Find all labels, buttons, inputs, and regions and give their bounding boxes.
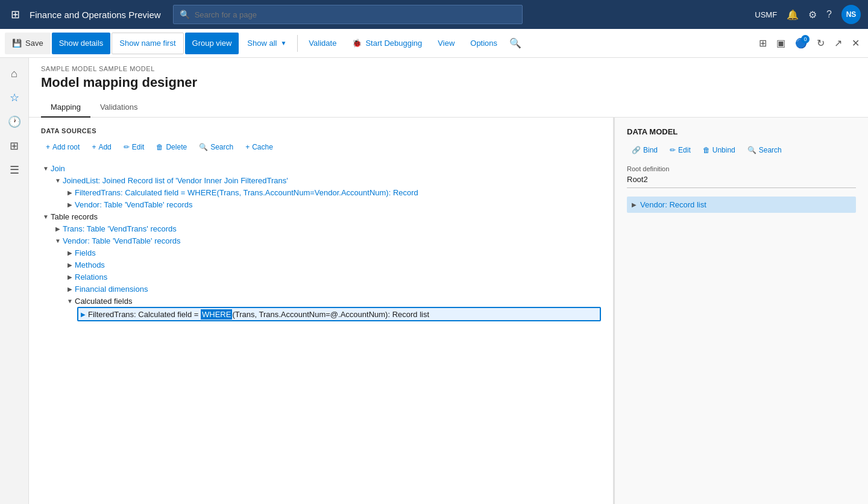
tree-item-trans[interactable]: ▶ Trans: Table 'VendTrans' records xyxy=(53,222,601,235)
settings-icon[interactable]: ⚙ xyxy=(808,9,817,20)
nav-recent-icon[interactable]: 🕐 xyxy=(4,111,25,133)
tree-item-calcfields[interactable]: ▼ Calculated fields xyxy=(65,295,601,307)
tablerecords-label: Table records xyxy=(51,212,98,221)
add-button[interactable]: + Add xyxy=(87,140,116,154)
search-icon: 🔍 xyxy=(199,143,208,151)
tab-validations[interactable]: Validations xyxy=(90,98,148,118)
toggle-calcfields[interactable]: ▼ xyxy=(65,296,75,306)
toggle-findims[interactable]: ▶ xyxy=(65,284,75,294)
bind-icon: 🔗 xyxy=(632,146,641,154)
delete-button[interactable]: 🗑 Delete xyxy=(151,140,192,154)
avatar[interactable]: NS xyxy=(841,5,861,24)
toggle-fields[interactable]: ▶ xyxy=(65,248,75,257)
toggle-joinedlist[interactable]: ▼ xyxy=(53,175,63,185)
data-sources-tree: ▼ Join ▼ JoinedList: Joined Record list … xyxy=(41,162,601,321)
data-model-panel: DATA MODEL 🔗 Bind ✏ Edit 🗑 Unbind xyxy=(615,118,868,504)
tree-item-filteredtrans1[interactable]: ▶ FilteredTrans: Calculated field = WHER… xyxy=(65,186,601,198)
body-layout: ⌂ ☆ 🕐 ⊞ ☰ SAMPLE MODEL SAMPLE MODEL Mode… xyxy=(0,58,868,504)
search-bar[interactable]: 🔍 xyxy=(173,5,523,24)
search-toolbar-icon[interactable]: 🔍 xyxy=(506,34,525,52)
start-debugging-button[interactable]: 🐞 Start Debugging xyxy=(345,33,429,54)
org-label: USMF xyxy=(755,10,777,19)
nav-modules-icon[interactable]: ☰ xyxy=(4,159,25,181)
toggle-methods[interactable]: ▶ xyxy=(65,260,75,269)
tree-item-methods[interactable]: ▶ Methods xyxy=(65,259,601,271)
tabs: Mapping Validations xyxy=(29,98,868,118)
trans-label: Trans: Table 'VendTrans' records xyxy=(63,224,177,233)
validate-button[interactable]: Validate xyxy=(301,33,344,54)
toggle-join[interactable]: ▼ xyxy=(41,163,51,173)
toggle-vendor2[interactable]: ▼ xyxy=(53,236,63,245)
show-details-button[interactable]: Show details xyxy=(52,33,111,54)
data-sources-panel: DATA SOURCES + Add root + Add ✏ Edit xyxy=(29,118,615,504)
ft2-label: FilteredTrans: Calculated field = WHERE(… xyxy=(88,310,429,319)
edit-button[interactable]: ✏ Edit xyxy=(119,140,149,154)
toolbar: 💾 Save Show details Show name first Grou… xyxy=(0,29,868,58)
toggle-ft2[interactable]: ▶ xyxy=(78,309,88,319)
panel-icon[interactable]: ▣ xyxy=(773,34,789,52)
external-link-icon[interactable]: ↗ xyxy=(831,34,846,52)
toggle-tablerecords[interactable]: ▼ xyxy=(41,212,51,221)
close-icon[interactable]: ✕ xyxy=(848,34,863,52)
add-root-icon: + xyxy=(46,143,50,151)
search-input[interactable] xyxy=(195,10,516,19)
show-all-button[interactable]: Show all ▼ xyxy=(240,33,294,54)
root-def-label: Root definition xyxy=(627,165,856,172)
search-button[interactable]: 🔍 Search xyxy=(194,140,238,154)
main-content: SAMPLE MODEL SAMPLE MODEL Model mapping … xyxy=(29,58,868,504)
help-icon[interactable]: ? xyxy=(826,9,832,20)
bind-button[interactable]: 🔗 Bind xyxy=(627,143,662,157)
dm-toggle-vendor[interactable]: ▶ xyxy=(632,201,637,208)
dm-search-icon: 🔍 xyxy=(747,146,756,154)
tree-item-findims[interactable]: ▶ Financial dimensions xyxy=(65,283,601,295)
bell-icon[interactable]: 🔔 xyxy=(787,9,799,20)
tree-item-vendor1[interactable]: ▶ Vendor: Table 'VendTable' records xyxy=(65,198,601,210)
dm-edit-icon: ✏ xyxy=(670,146,676,154)
layout-icon[interactable]: ⊞ xyxy=(755,34,770,52)
toggle-relations[interactable]: ▶ xyxy=(65,272,75,282)
tree-item-joinedlist[interactable]: ▼ JoinedList: Joined Record list of 'Ven… xyxy=(53,174,601,186)
vendor1-label: Vendor: Table 'VendTable' records xyxy=(75,200,193,209)
tree-item-vendor2[interactable]: ▼ Vendor: Table 'VendTable' records xyxy=(53,235,601,247)
unbind-button[interactable]: 🗑 Unbind xyxy=(698,143,740,157)
nav-workspaces-icon[interactable]: ⊞ xyxy=(4,135,25,157)
tree-item-filteredtrans2[interactable]: ▶ FilteredTrans: Calculated field = WHER… xyxy=(77,307,601,321)
tree-item-join[interactable]: ▼ Join xyxy=(41,162,601,174)
dm-vendor-label: Vendor: Record list xyxy=(640,200,706,209)
tab-mapping[interactable]: Mapping xyxy=(41,98,90,118)
data-sources-title: DATA SOURCES xyxy=(41,127,601,134)
tree-item-tablerecords[interactable]: ▼ Table records xyxy=(41,210,601,222)
tree-item-fields[interactable]: ▶ Fields xyxy=(65,247,601,259)
nav-star-icon[interactable]: ☆ xyxy=(4,87,25,109)
dm-tree-item-vendor[interactable]: ▶ Vendor: Record list xyxy=(627,197,856,213)
calcfields-label: Calculated fields xyxy=(75,297,132,306)
save-icon: 💾 xyxy=(12,39,22,48)
options-button[interactable]: Options xyxy=(463,33,505,54)
toggle-vendor1[interactable]: ▶ xyxy=(65,200,75,209)
toggle-trans[interactable]: ▶ xyxy=(53,224,63,233)
badge-icon[interactable]: 🔵0 xyxy=(791,34,811,52)
nav-home-icon[interactable]: ⌂ xyxy=(4,63,25,84)
add-root-button[interactable]: + Add root xyxy=(41,140,84,154)
breadcrumb: SAMPLE MODEL SAMPLE MODEL xyxy=(29,58,868,72)
tree-item-relations[interactable]: ▶ Relations xyxy=(65,271,601,283)
fields-label: Fields xyxy=(75,248,96,257)
separator-1 xyxy=(297,35,298,52)
toggle-ft1[interactable]: ▶ xyxy=(65,187,75,197)
save-button[interactable]: 💾 Save xyxy=(5,33,51,54)
view-button[interactable]: View xyxy=(430,33,462,54)
edit-icon: ✏ xyxy=(124,143,130,151)
group-view-button[interactable]: Group view xyxy=(185,33,239,54)
dropdown-icon: ▼ xyxy=(280,40,286,46)
nav-right: USMF 🔔 ⚙ ? NS xyxy=(755,5,861,24)
refresh-icon[interactable]: ↻ xyxy=(813,34,828,52)
cache-button[interactable]: + Cache xyxy=(241,140,278,154)
search-icon: 🔍 xyxy=(180,10,190,19)
left-nav: ⌂ ☆ 🕐 ⊞ ☰ xyxy=(0,58,29,504)
show-name-first-button[interactable]: Show name first xyxy=(112,33,183,54)
relations-label: Relations xyxy=(75,272,107,282)
dm-search-button[interactable]: 🔍 Search xyxy=(743,143,787,157)
grid-icon[interactable]: ⊞ xyxy=(7,4,24,25)
top-nav: ⊞ Finance and Operations Preview 🔍 USMF … xyxy=(0,0,868,29)
dm-edit-button[interactable]: ✏ Edit xyxy=(665,143,696,157)
